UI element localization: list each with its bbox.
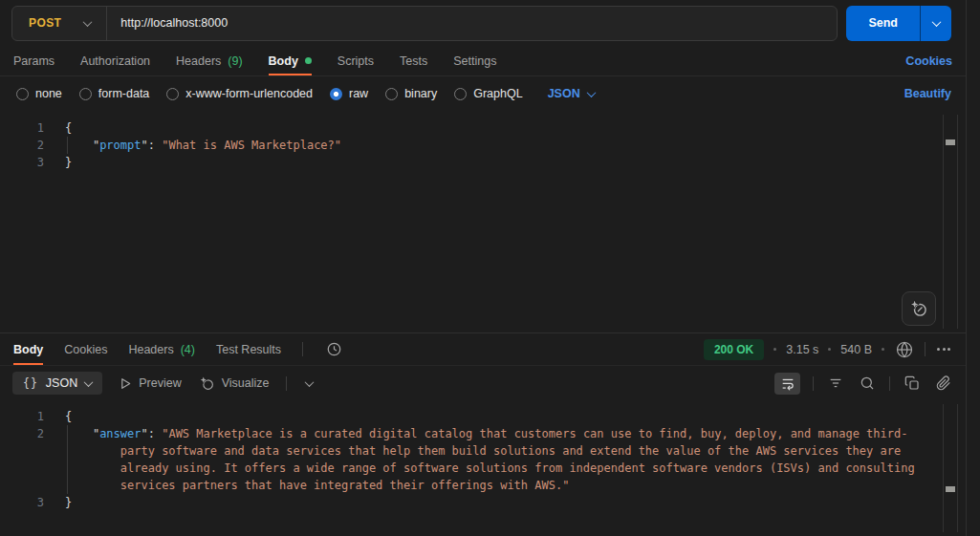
bodytype-graphql[interactable]: GraphQL [454, 87, 522, 100]
token-str: "What is AWS Marketplace?" [162, 139, 341, 152]
visualize-label: Visualize [222, 376, 270, 390]
preview-button[interactable]: Preview [120, 376, 181, 390]
line-number: 3 [0, 154, 44, 171]
visualize-button[interactable]: Visualize [199, 375, 270, 392]
tab-scripts[interactable]: Scripts [338, 46, 374, 75]
request-editor-scrollbar[interactable] [943, 115, 958, 329]
line-number: 1 [0, 408, 44, 425]
response-tab-cookies[interactable]: Cookies [64, 333, 107, 365]
token-punc: ": [142, 139, 163, 152]
bodytype-raw[interactable]: raw [330, 87, 368, 100]
code-text: "prompt": "What is AWS Marketplace?" [65, 137, 966, 154]
format-caret-icon [84, 377, 94, 387]
code-text: { [65, 119, 966, 137]
tab-settings[interactable]: Settings [453, 46, 496, 75]
response-section: Body Cookies Headers(4) Test Results 200… [0, 332, 966, 536]
bodytype-binary[interactable]: binary [385, 87, 437, 100]
search-button[interactable] [858, 374, 877, 393]
filter-icon [828, 375, 843, 391]
main-panel: POST Send Params Authorization Headers(9… [0, 0, 966, 536]
separator [889, 376, 890, 391]
body-modified-dot [305, 57, 312, 64]
tab-body[interactable]: Body [269, 46, 312, 75]
indent-guide [67, 137, 68, 154]
send-options-button[interactable] [920, 6, 951, 41]
tab-label: Scripts [338, 54, 374, 68]
radio-selected-icon [330, 88, 342, 100]
format-label: JSON [46, 376, 77, 390]
url-input[interactable] [107, 16, 837, 30]
tab-label: Headers [128, 343, 173, 356]
raw-language-selector[interactable]: JSON [548, 87, 595, 100]
radio-label: none [35, 87, 62, 100]
radio-label: raw [349, 87, 368, 100]
tab-label: Params [13, 54, 54, 68]
line-number: 1 [0, 119, 44, 137]
code-line: 3} [0, 494, 966, 511]
code-text: { [65, 408, 966, 425]
radio-label: x-www-form-urlencoded [185, 87, 313, 100]
scrollbar-thumb[interactable] [946, 486, 955, 492]
tab-label: Authorization [80, 54, 150, 68]
method-selector[interactable]: POST [12, 7, 106, 40]
line-number: 2 [0, 425, 44, 494]
filter-button[interactable] [826, 374, 845, 393]
code-line: 2"prompt": "What is AWS Marketplace?" [0, 137, 966, 154]
tab-headers[interactable]: Headers(9) [176, 46, 243, 75]
status-globe-icon [896, 341, 913, 358]
bodytype-none[interactable]: none [16, 87, 62, 100]
response-time: 3.15 s [786, 343, 818, 356]
response-toolbar: {} JSON Preview Visualize [0, 366, 966, 400]
tab-label: Body [13, 343, 43, 356]
response-body-editor[interactable]: 1{2"answer": "AWS Marketplace is a curat… [0, 400, 966, 536]
cookies-link[interactable]: Cookies [905, 54, 952, 68]
request-url-row: POST Send [0, 0, 966, 46]
history-icon [326, 341, 342, 357]
radio-label: binary [404, 87, 437, 100]
search-icon [860, 375, 875, 391]
response-more-button[interactable] [935, 346, 952, 353]
response-tabs: Body Cookies Headers(4) Test Results 200… [0, 333, 966, 366]
tab-tests[interactable]: Tests [400, 46, 427, 75]
network-info-button[interactable] [894, 339, 915, 360]
link-button[interactable] [934, 374, 953, 393]
code-line: 1{ [0, 119, 966, 137]
url-bar: POST [11, 6, 838, 41]
bodytype-urlencoded[interactable]: x-www-form-urlencoded [166, 87, 313, 100]
radio-icon [79, 88, 92, 100]
response-editor-scrollbar[interactable] [943, 404, 958, 532]
request-tabs: Params Authorization Headers(9) Body Scr… [0, 46, 966, 76]
view-options-button[interactable] [304, 378, 315, 389]
send-button[interactable]: Send [846, 6, 920, 41]
postbot-icon [909, 299, 928, 318]
response-tab-headers[interactable]: Headers(4) [128, 333, 195, 365]
code-text: } [65, 154, 966, 171]
view-options-caret-icon [305, 377, 315, 387]
scrollbar-thumb[interactable] [946, 139, 955, 145]
response-history-button[interactable] [324, 339, 344, 359]
radio-icon [385, 88, 398, 100]
tab-label: Body [269, 54, 298, 68]
radio-icon [166, 88, 179, 100]
response-format-selector[interactable]: {} JSON [12, 372, 102, 395]
radio-label: GraphQL [473, 87, 522, 100]
response-headers-count: (4) [181, 343, 195, 356]
headers-count: (9) [228, 54, 242, 68]
line-number: 2 [0, 137, 44, 154]
response-tab-body[interactable]: Body [13, 333, 43, 365]
raw-language-caret-icon [586, 88, 596, 97]
response-tab-test-results[interactable]: Test Results [216, 333, 281, 365]
token-punc: } [65, 156, 72, 169]
bodytype-form-data[interactable]: form-data [79, 87, 150, 100]
tab-params[interactable]: Params [13, 46, 54, 75]
request-body-editor[interactable]: 1{2"prompt": "What is AWS Marketplace?"3… [0, 111, 966, 332]
response-size: 540 B [840, 343, 872, 356]
response-toolbar-right [774, 373, 953, 395]
beautify-link[interactable]: Beautify [904, 87, 951, 100]
response-meta: 200 OK 3.15 s 540 B [704, 339, 952, 360]
copy-button[interactable] [903, 374, 922, 393]
postbot-button[interactable] [902, 291, 936, 326]
separator [302, 342, 303, 356]
tab-authorization[interactable]: Authorization [80, 46, 150, 75]
wrap-text-button[interactable] [774, 373, 800, 395]
